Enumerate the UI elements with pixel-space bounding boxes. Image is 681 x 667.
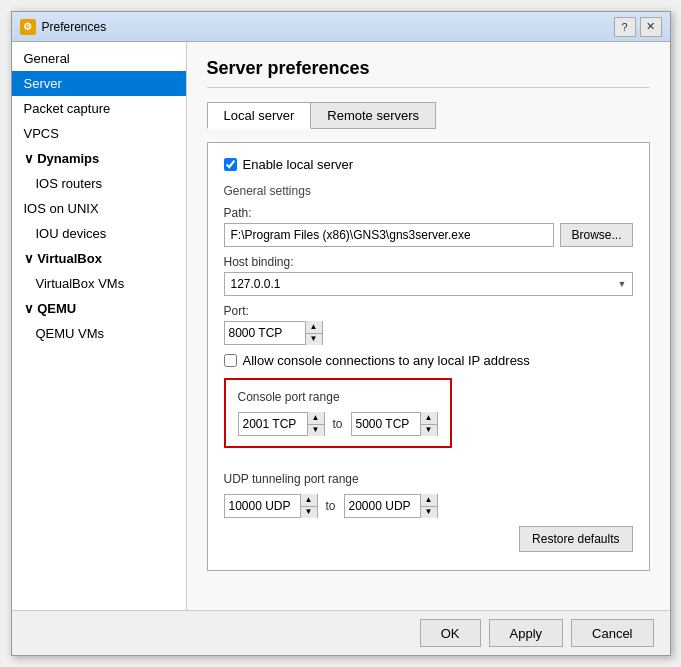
host-binding-label: Host binding: (224, 255, 633, 269)
console-port-range-label: Console port range (238, 390, 438, 404)
udp-start-spinner: ▲ ▼ (224, 494, 318, 518)
cancel-button[interactable]: Cancel (571, 619, 653, 647)
udp-start-input[interactable] (225, 495, 300, 517)
sidebar-item-dynamips[interactable]: ∨ Dynamips (12, 146, 186, 171)
sidebar-item-qemu[interactable]: ∨ QEMU (12, 296, 186, 321)
port-spin-down[interactable]: ▼ (306, 333, 322, 346)
udp-section: UDP tunneling port range ▲ ▼ to (224, 472, 633, 518)
allow-console-row: Allow console connections to any local I… (224, 353, 633, 368)
allow-console-label: Allow console connections to any local I… (243, 353, 530, 368)
restore-defaults-button[interactable]: Restore defaults (519, 526, 632, 552)
path-row: Browse... (224, 223, 633, 247)
tab-remote-servers[interactable]: Remote servers (310, 102, 436, 129)
port-spinner: ▲ ▼ (224, 321, 323, 345)
sidebar-item-dynamips-label: Dynamips (37, 151, 99, 166)
console-end-spin-up[interactable]: ▲ (421, 412, 437, 424)
tabs: Local server Remote servers (207, 102, 650, 129)
udp-end-spin-down[interactable]: ▼ (421, 506, 437, 519)
enable-local-server-row: Enable local server (224, 157, 633, 172)
title-bar-buttons: ? ✕ (614, 17, 662, 37)
sidebar-item-qemu-label: QEMU (37, 301, 76, 316)
main-panel: Server preferences Local server Remote s… (187, 42, 670, 610)
udp-start-spin-buttons: ▲ ▼ (300, 494, 317, 518)
sidebar-item-virtualbox-vms[interactable]: VirtualBox VMs (12, 271, 186, 296)
preferences-window: ⚙ Preferences ? ✕ General Server Packet … (11, 11, 671, 656)
console-start-spin-buttons: ▲ ▼ (307, 412, 324, 436)
close-button[interactable]: ✕ (640, 17, 662, 37)
sidebar-item-ios-routers[interactable]: IOS routers (12, 171, 186, 196)
sidebar-item-qemu-vms[interactable]: QEMU VMs (12, 321, 186, 346)
collapse-icon-qemu: ∨ (24, 301, 38, 316)
general-settings-label: General settings (224, 184, 633, 198)
bottom-bar: OK Apply Cancel (12, 610, 670, 655)
console-end-spin-buttons: ▲ ▼ (420, 412, 437, 436)
console-start-spin-up[interactable]: ▲ (308, 412, 324, 424)
path-input[interactable] (224, 223, 555, 247)
host-binding-dropdown[interactable]: 127.0.0.1 0.0.0.0 (224, 272, 633, 296)
console-start-spin-down[interactable]: ▼ (308, 424, 324, 437)
udp-end-spinner: ▲ ▼ (344, 494, 438, 518)
sidebar-item-general[interactable]: General (12, 46, 186, 71)
ok-button[interactable]: OK (420, 619, 481, 647)
browse-button[interactable]: Browse... (560, 223, 632, 247)
collapse-icon-vbox: ∨ (24, 251, 38, 266)
udp-start-spin-up[interactable]: ▲ (301, 494, 317, 506)
console-to-label: to (333, 417, 343, 431)
port-label: Port: (224, 304, 633, 318)
app-icon: ⚙ (20, 19, 36, 35)
console-port-range-row: ▲ ▼ to ▲ ▼ (238, 412, 438, 436)
restore-row: Restore defaults (224, 518, 633, 556)
sidebar-item-vpcs[interactable]: VPCS (12, 121, 186, 146)
port-input[interactable] (225, 322, 305, 344)
sidebar-item-server[interactable]: Server (12, 71, 186, 96)
sidebar-item-virtualbox-label: VirtualBox (37, 251, 102, 266)
console-port-range-box: Console port range ▲ ▼ to (224, 378, 452, 448)
title-bar: ⚙ Preferences ? ✕ (12, 12, 670, 42)
udp-end-spin-up[interactable]: ▲ (421, 494, 437, 506)
udp-end-input[interactable] (345, 495, 420, 517)
port-spin-buttons: ▲ ▼ (305, 321, 322, 345)
main-panel-inner: Server preferences Local server Remote s… (207, 58, 650, 594)
window-title: Preferences (42, 20, 614, 34)
console-end-input[interactable] (352, 413, 420, 435)
enable-local-server-label: Enable local server (243, 157, 354, 172)
udp-start-spin-down[interactable]: ▼ (301, 506, 317, 519)
sidebar-item-iou-devices[interactable]: IOU devices (12, 221, 186, 246)
sidebar-item-virtualbox[interactable]: ∨ VirtualBox (12, 246, 186, 271)
udp-to-label: to (326, 499, 336, 513)
console-end-spinner: ▲ ▼ (351, 412, 438, 436)
tab-content: Enable local server General settings Pat… (207, 142, 650, 571)
console-start-spinner: ▲ ▼ (238, 412, 325, 436)
console-end-spin-down[interactable]: ▼ (421, 424, 437, 437)
udp-port-range-row: ▲ ▼ to ▲ ▼ (224, 494, 633, 518)
udp-tunneling-label: UDP tunneling port range (224, 472, 633, 486)
sidebar-item-packet-capture[interactable]: Packet capture (12, 96, 186, 121)
tab-local-server[interactable]: Local server (207, 102, 312, 129)
enable-local-server-checkbox[interactable] (224, 158, 237, 171)
console-start-input[interactable] (239, 413, 307, 435)
collapse-icon: ∨ (24, 151, 38, 166)
panel-title: Server preferences (207, 58, 650, 88)
sidebar-item-ios-on-unix[interactable]: IOS on UNIX (12, 196, 186, 221)
host-binding-wrapper: 127.0.0.1 0.0.0.0 (224, 272, 633, 296)
sidebar: General Server Packet capture VPCS ∨ Dyn… (12, 42, 187, 610)
apply-button[interactable]: Apply (489, 619, 564, 647)
path-label: Path: (224, 206, 633, 220)
allow-console-checkbox[interactable] (224, 354, 237, 367)
help-button[interactable]: ? (614, 17, 636, 37)
content-area: General Server Packet capture VPCS ∨ Dyn… (12, 42, 670, 610)
port-spin-up[interactable]: ▲ (306, 321, 322, 333)
udp-end-spin-buttons: ▲ ▼ (420, 494, 437, 518)
